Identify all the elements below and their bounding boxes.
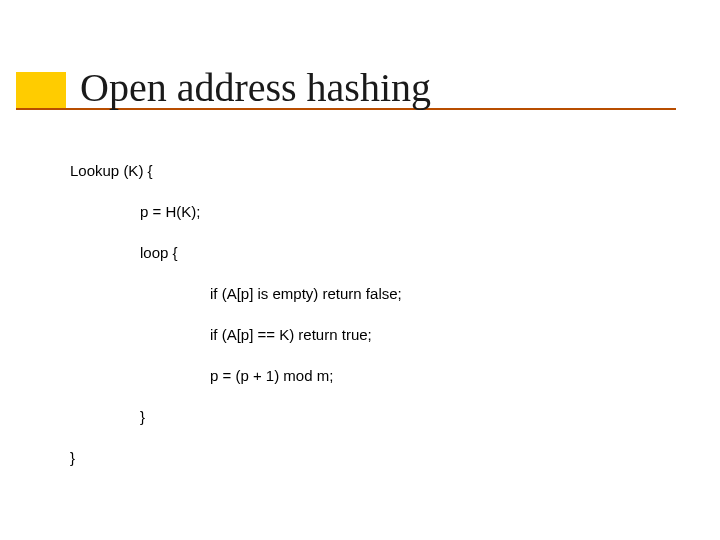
code-line: } — [70, 447, 402, 468]
code-content: Lookup (K) { p = H(K); loop { if (A[p] i… — [70, 160, 402, 488]
code-line: p = H(K); — [70, 201, 402, 222]
code-line: p = (p + 1) mod m; — [70, 365, 402, 386]
code-line: if (A[p] == K) return true; — [70, 324, 402, 345]
slide-title: Open address hashing — [80, 64, 431, 111]
code-line: if (A[p] is empty) return false; — [70, 283, 402, 304]
code-line: } — [70, 406, 402, 427]
title-accent-box — [16, 72, 66, 108]
code-line: Lookup (K) { — [70, 160, 402, 181]
code-line: loop { — [70, 242, 402, 263]
